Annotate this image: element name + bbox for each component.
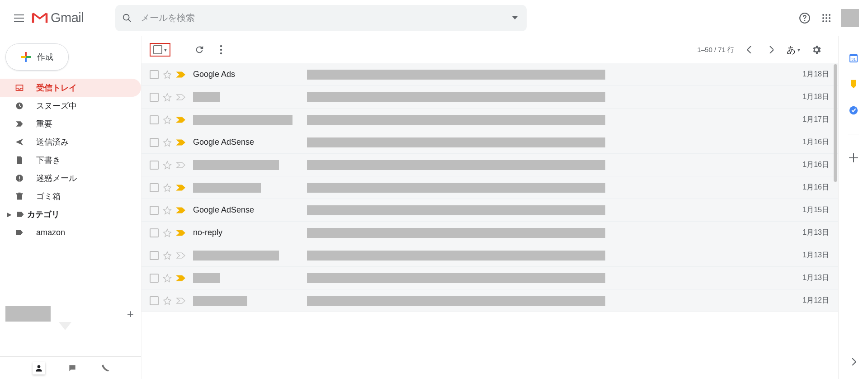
sidebar-item-label: 受信トレイ	[36, 82, 77, 93]
mail-checkbox[interactable]	[150, 251, 159, 260]
sidebar-item-spam[interactable]: 迷惑メール	[0, 169, 141, 187]
mail-subject-redacted	[307, 273, 605, 283]
apps-grid-icon	[822, 14, 831, 23]
mail-row[interactable]: Google AdSense1月16日	[142, 131, 838, 154]
mail-row[interactable]: no-reply1月13日	[142, 222, 838, 244]
page-count: 1–50 / 71 行	[697, 46, 734, 54]
mail-row[interactable]: 1月12日	[142, 289, 838, 312]
chevron-right-icon	[769, 46, 774, 53]
importance-marker[interactable]	[176, 139, 186, 146]
mail-content: ▼ 1–50 / 71 行 あ ▼	[141, 36, 838, 379]
search-icon[interactable]	[122, 13, 132, 24]
mail-sender-redacted	[193, 160, 279, 170]
mail-checkbox[interactable]	[150, 183, 159, 192]
sidebar-item-sent[interactable]: 送信済み	[0, 133, 141, 151]
star-button[interactable]	[162, 228, 172, 237]
hangouts-contacts-tab[interactable]	[33, 362, 45, 374]
scrollbar-thumb[interactable]	[834, 64, 837, 182]
mail-sender: Google AdSense	[193, 137, 254, 147]
svg-point-10	[826, 20, 827, 22]
svg-point-6	[822, 17, 824, 19]
refresh-button[interactable]	[190, 41, 208, 59]
apps-button[interactable]	[816, 7, 837, 29]
mail-date: 1月16日	[802, 183, 829, 192]
main-menu-button[interactable]	[8, 7, 30, 29]
sidebar-item-important[interactable]: 重要	[0, 115, 141, 133]
importance-marker[interactable]	[176, 230, 186, 236]
sidebar-item-amazon[interactable]: amazon	[0, 223, 141, 242]
star-button[interactable]	[162, 296, 172, 305]
star-button[interactable]	[162, 183, 172, 192]
importance-marker[interactable]	[176, 275, 186, 281]
mail-checkbox[interactable]	[150, 296, 159, 305]
star-button[interactable]	[162, 138, 172, 147]
mail-subject-redacted	[307, 228, 605, 238]
mail-row[interactable]: 1月17日	[142, 109, 838, 131]
star-button[interactable]	[162, 274, 172, 283]
mail-checkbox[interactable]	[150, 206, 159, 215]
importance-marker[interactable]	[176, 252, 186, 259]
calendar-addon[interactable]: 31	[848, 52, 859, 63]
mail-row[interactable]: 1月13日	[142, 267, 838, 289]
new-chat-button[interactable]: +	[127, 307, 134, 321]
star-button[interactable]	[162, 70, 172, 79]
star-button[interactable]	[162, 115, 172, 124]
mail-sender: Google Ads	[193, 70, 235, 79]
star-button[interactable]	[162, 93, 172, 102]
sidebar-item-inbox[interactable]: 受信トレイ	[0, 79, 141, 97]
star-button[interactable]	[162, 161, 172, 170]
hangouts-chat-tab[interactable]	[66, 362, 79, 374]
mail-row[interactable]: Google AdSense1月15日	[142, 199, 838, 222]
get-addons-button[interactable]	[848, 152, 859, 163]
next-page-button[interactable]	[762, 41, 780, 59]
keep-addon[interactable]	[848, 79, 859, 90]
inbox-icon	[14, 83, 24, 93]
star-button[interactable]	[162, 206, 172, 215]
search-input[interactable]	[141, 13, 501, 23]
svg-rect-14	[19, 180, 20, 180]
mail-checkbox[interactable]	[150, 93, 159, 102]
compose-button[interactable]: 作成	[5, 43, 69, 71]
gmail-logo[interactable]: Gmail	[32, 10, 84, 25]
sidebar-item-category[interactable]: ▸カテゴリ	[0, 205, 141, 223]
mail-checkbox[interactable]	[150, 115, 159, 124]
mail-date: 1月18日	[802, 92, 829, 102]
input-tools-button[interactable]: あ ▼	[784, 42, 804, 58]
mail-row[interactable]: Google Ads1月18日	[142, 63, 838, 86]
send-icon	[14, 137, 24, 147]
settings-button[interactable]	[807, 41, 826, 59]
mail-checkbox[interactable]	[150, 228, 159, 237]
search-bar[interactable]	[115, 5, 527, 31]
search-options-button[interactable]	[509, 13, 520, 24]
gmail-logo-icon	[32, 12, 48, 24]
tasks-addon[interactable]	[848, 105, 859, 116]
mail-row[interactable]: 1月18日	[142, 86, 838, 109]
select-all-checkbox[interactable]	[153, 45, 162, 54]
mail-checkbox[interactable]	[150, 161, 159, 170]
hangouts-call-tab[interactable]	[99, 362, 112, 374]
more-button[interactable]	[212, 41, 230, 59]
sidebar-item-snoozed[interactable]: スヌーズ中	[0, 97, 141, 115]
mail-checkbox[interactable]	[150, 138, 159, 147]
support-button[interactable]	[794, 7, 816, 29]
prev-page-button[interactable]	[741, 41, 759, 59]
mail-row[interactable]: 1月16日	[142, 154, 838, 176]
mail-row[interactable]: 1月16日	[142, 176, 838, 199]
mail-subject-redacted	[307, 160, 605, 170]
sidebar-item-drafts[interactable]: 下書き	[0, 151, 141, 169]
importance-marker[interactable]	[176, 207, 186, 213]
importance-marker[interactable]	[176, 298, 186, 304]
mail-checkbox[interactable]	[150, 274, 159, 283]
account-avatar[interactable]	[841, 9, 859, 27]
mail-checkbox[interactable]	[150, 70, 159, 79]
importance-marker[interactable]	[176, 117, 186, 123]
importance-marker[interactable]	[176, 162, 186, 168]
sidebar-item-trash[interactable]: ゴミ箱	[0, 187, 141, 205]
importance-marker[interactable]	[176, 185, 186, 191]
collapse-panel-button[interactable]	[844, 353, 863, 371]
select-all-dropdown[interactable]: ▼	[163, 47, 168, 52]
importance-marker[interactable]	[176, 71, 186, 78]
star-button[interactable]	[162, 251, 172, 260]
importance-marker[interactable]	[176, 94, 186, 100]
mail-row[interactable]: 1月13日	[142, 244, 838, 267]
